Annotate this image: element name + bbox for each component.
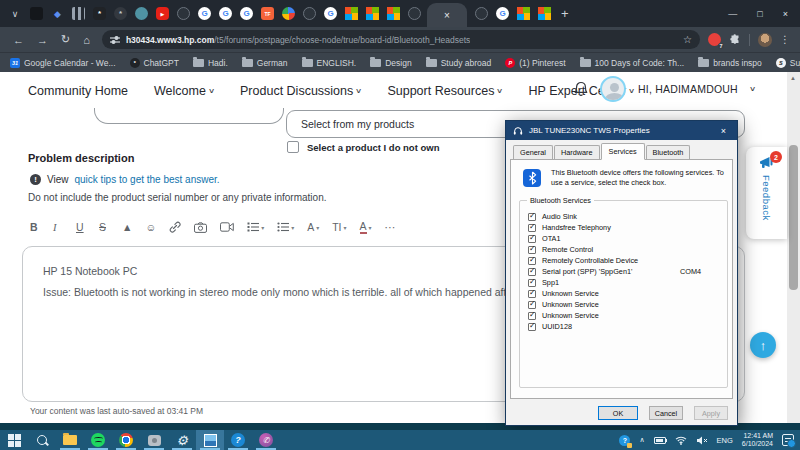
tray-expand-chevron-icon[interactable]: ∧ [639,436,644,444]
quick-tips-link[interactable]: quick tips to get the best answer. [75,174,220,185]
bullet-list-icon[interactable]: ▾ [277,222,294,232]
new-tab-button[interactable]: + [561,6,569,21]
pinned-tab-favicon[interactable] [156,7,169,20]
tab-general[interactable]: General [513,145,553,160]
link-icon[interactable] [169,221,181,233]
tab-hardware[interactable]: Hardware [554,145,600,160]
text-color-icon[interactable]: A▾ [307,221,319,233]
help-tray-icon[interactable]: ? [619,435,630,446]
bookmark-folder[interactable]: 100 Days of Code: Th... [580,58,685,68]
pinned-tab-favicon[interactable] [240,7,253,20]
pinned-tab-favicon[interactable] [135,7,148,20]
underline-icon[interactable]: U [76,221,86,233]
product-checkbox[interactable] [287,141,299,153]
maximize-button[interactable]: □ [757,9,762,19]
ordered-list-icon[interactable]: ​▾ [247,222,264,232]
checkbox-checked[interactable]: ✓ [528,323,536,331]
clock[interactable]: 12:41 AM6/10/2024 [742,432,773,448]
checkbox-checked[interactable]: ✓ [528,312,536,320]
start-button[interactable] [0,430,28,450]
action-center-icon[interactable] [782,434,794,446]
tab-services[interactable]: Services [601,143,645,161]
apply-button[interactable]: Apply [694,406,728,420]
checkbox-checked[interactable]: ✓ [528,246,536,254]
pinned-tab-favicon[interactable] [219,7,232,20]
checkbox-checked[interactable]: ✓ [528,213,536,221]
more-options-icon[interactable]: ⋯ [385,221,396,233]
highlight-icon[interactable]: A▾ [360,220,372,234]
pinned-tab-favicon[interactable] [324,7,337,20]
language-indicator[interactable]: ENG [717,436,733,445]
chevron-down-icon[interactable]: ∨ [749,85,756,93]
nav-support-resources[interactable]: Support Resources∨ [387,84,502,98]
user-avatar[interactable] [600,76,626,102]
extensions-puzzle-icon[interactable] [729,34,741,46]
file-explorer-button[interactable] [56,430,84,450]
wifi-icon[interactable] [675,436,687,445]
bookmark-folder[interactable]: German [242,58,288,68]
bookmark-folder[interactable]: Design [370,58,411,68]
pinned-tab-favicon[interactable] [496,7,509,20]
home-icon[interactable]: ⌂ [83,34,90,46]
audio-device-button[interactable] [140,430,168,450]
pinned-tab-favicon[interactable] [282,7,295,20]
minimize-button[interactable]: — [728,9,737,19]
active-tab[interactable]: × [427,3,467,27]
pinned-tab-favicon[interactable] [72,7,85,20]
checkbox-checked[interactable]: ✓ [528,257,536,265]
checkbox-checked[interactable]: ✓ [528,301,536,309]
text-size-icon[interactable]: TI▾ [332,221,346,233]
tab-search-chevron-icon[interactable]: ∨ [6,5,24,23]
bookmark-star-icon[interactable]: ☆ [677,34,692,45]
pinned-tab-favicon[interactable] [177,7,190,20]
chrome-button[interactable] [112,430,140,450]
profile-avatar[interactable] [758,33,772,47]
browser-menu-icon[interactable]: ⋮ [780,34,790,45]
pinned-tab-favicon[interactable] [366,7,379,20]
speaker-muted-icon[interactable] [696,436,708,445]
spotify-button[interactable] [84,430,112,450]
subject-input[interactable] [94,108,284,124]
bold-icon[interactable]: B [30,221,40,233]
pinned-tab-favicon[interactable] [475,7,488,20]
nav-community-home[interactable]: Community Home [28,84,128,98]
dialog-title-bar[interactable]: JBL TUNE230NC TWS Properties × [506,121,737,140]
checkbox-checked[interactable]: ✓ [528,279,536,287]
checkbox-checked[interactable]: ✓ [528,268,536,276]
bookmark-folder[interactable]: Hadi. [193,58,228,68]
pinned-tab-favicon[interactable] [51,7,64,20]
taskbar-search-button[interactable] [28,430,56,450]
checkbox-checked[interactable]: ✓ [528,290,536,298]
photo-icon[interactable] [194,222,207,233]
bookmark-item[interactable]: Sujood.Co [776,58,800,68]
pinned-tab-favicon[interactable] [387,7,400,20]
italic-icon[interactable]: I [53,222,63,233]
bookmark-folder[interactable]: ENGLISH. [302,58,357,68]
emoji-icon[interactable]: ☺ [145,221,156,233]
bookmark-item[interactable]: ChatGPT [130,58,179,68]
viber-button[interactable]: ✆ [252,430,280,450]
scrollbar-up-arrow[interactable]: ▲ [790,75,796,81]
nav-welcome[interactable]: Welcome∨ [154,84,214,98]
pinned-tab-favicon[interactable] [303,7,316,20]
pinned-tab-favicon[interactable] [261,7,274,20]
nav-product-discussions[interactable]: Product Discussions∨ [240,84,361,98]
pinned-tab-favicon[interactable] [198,7,211,20]
ok-button[interactable]: OK [598,406,638,420]
bookmark-folder[interactable]: brands inspo [698,58,762,68]
checkbox-checked[interactable]: ✓ [528,235,536,243]
pinned-tab-favicon[interactable] [93,7,106,20]
user-greeting[interactable]: HI, HADIMAMDOUH [638,83,738,95]
forward-icon[interactable]: → [37,34,48,46]
close-window-button[interactable]: × [783,9,788,19]
spoiler-warning-icon[interactable]: ▲ [122,221,132,233]
dialog-close-icon[interactable]: × [717,126,730,136]
pinned-tab-favicon[interactable] [30,7,43,20]
adblock-extension-icon[interactable]: 7 [708,33,721,46]
close-tab-icon[interactable]: × [444,10,450,21]
pinned-tab-favicon[interactable] [345,7,358,20]
bookmark-item[interactable]: Google Calendar - We... [10,58,116,68]
scrollbar-thumb[interactable] [789,145,798,290]
scroll-to-top-button[interactable]: ↑ [750,332,776,358]
checkbox-checked[interactable]: ✓ [528,224,536,232]
